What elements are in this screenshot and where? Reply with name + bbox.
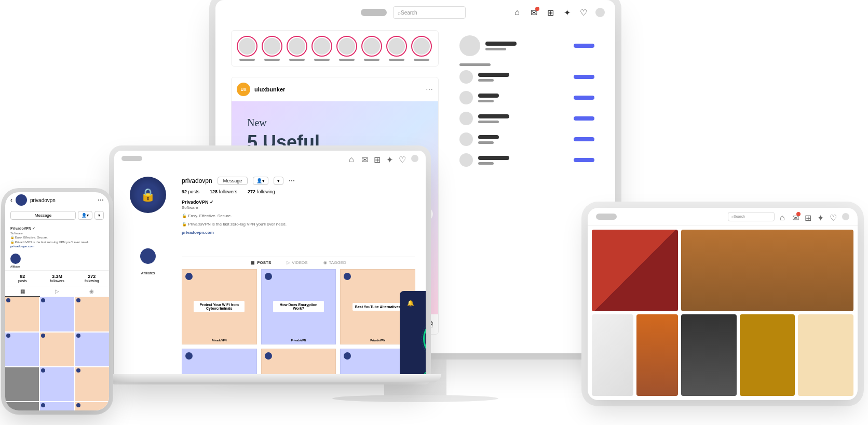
- post-tile[interactable]: Protect Your WiFi from CybercriminalsPri…: [182, 269, 257, 344]
- post-tile[interactable]: [75, 367, 109, 401]
- profile-avatar[interactable]: [16, 194, 27, 206]
- follow-link[interactable]: [574, 158, 594, 162]
- post-tile[interactable]: [5, 402, 39, 410]
- explore-tile[interactable]: [798, 314, 853, 396]
- posts-stat[interactable]: 92posts: [5, 271, 40, 286]
- follow-link[interactable]: [574, 137, 594, 141]
- suggestion-avatar[interactable]: [459, 112, 473, 125]
- post-tile[interactable]: [75, 297, 109, 331]
- suggest-dropdown[interactable]: ▾: [274, 177, 283, 185]
- follow-dropdown[interactable]: 👤▾: [78, 211, 92, 220]
- suggestion-avatar[interactable]: [459, 91, 473, 104]
- story-item[interactable]: [311, 36, 332, 61]
- followers-stat[interactable]: 3.3Mfollowers: [40, 271, 75, 286]
- posts-grid: [5, 297, 109, 410]
- messages-icon[interactable]: ✉: [361, 155, 369, 162]
- story-item[interactable]: [287, 36, 307, 61]
- home-icon[interactable]: ⌂: [780, 213, 787, 220]
- new-post-icon[interactable]: ⊞: [805, 213, 812, 220]
- tab-tagged[interactable]: ◉ TAGGED: [323, 260, 346, 265]
- suggest-dropdown[interactable]: ▾: [94, 211, 104, 220]
- highlight-avatar[interactable]: [140, 248, 156, 264]
- post-username[interactable]: uiuxbunker: [254, 86, 285, 92]
- profile-picture[interactable]: 🔒: [130, 177, 166, 213]
- explore-tile[interactable]: [592, 230, 678, 311]
- messages-icon[interactable]: ✉: [529, 8, 538, 17]
- tab-tagged-icon[interactable]: ◉: [74, 286, 109, 297]
- post-tile[interactable]: [5, 333, 39, 366]
- profile-avatar[interactable]: [595, 8, 605, 17]
- story-item[interactable]: [411, 36, 432, 61]
- activity-icon[interactable]: ♡: [579, 8, 588, 17]
- explore-tile[interactable]: [740, 314, 795, 396]
- profile-link[interactable]: privadovpn.com: [182, 230, 415, 236]
- story-item[interactable]: [386, 36, 407, 61]
- tab-posts[interactable]: ▦ POSTS: [251, 260, 271, 265]
- new-post-icon[interactable]: ⊞: [546, 8, 555, 17]
- switch-link[interactable]: [574, 44, 594, 48]
- tab-grid-icon[interactable]: ▦: [5, 286, 40, 297]
- phone-device: ‹ privadovpn ⋯ Message 👤▾ ▾ PrivadoVPN ✓…: [5, 192, 109, 410]
- explore-tile[interactable]: [681, 230, 853, 311]
- more-icon[interactable]: ⋯: [289, 177, 295, 184]
- follow-link[interactable]: [574, 96, 594, 100]
- activity-icon[interactable]: ♡: [830, 213, 837, 220]
- profile-username: privadovpn: [182, 177, 212, 184]
- explore-icon[interactable]: ✦: [817, 213, 824, 220]
- explore-tile[interactable]: [681, 314, 737, 396]
- vpn-app-window: 🔔 PrivadoVPN ≡ 🔒 Connected: [400, 291, 426, 379]
- stories-row: [231, 30, 439, 67]
- explore-tile[interactable]: [636, 314, 678, 396]
- activity-icon[interactable]: ♡: [399, 155, 406, 162]
- search-input[interactable]: ⌕ Search: [728, 212, 775, 221]
- explore-icon[interactable]: ✦: [562, 8, 572, 17]
- tablet-device: ⌕ Search ⌂ ✉ ⊞ ✦ ♡: [588, 208, 858, 400]
- explore-grid: [588, 225, 858, 400]
- story-item[interactable]: [361, 36, 382, 61]
- post-avatar[interactable]: UX: [237, 83, 250, 96]
- search-input[interactable]: ⌕ Search: [393, 6, 466, 19]
- post-more-icon[interactable]: ⋯: [426, 85, 433, 94]
- post-tile[interactable]: [75, 333, 109, 366]
- home-icon[interactable]: ⌂: [349, 155, 356, 162]
- vpn-connection-indicator[interactable]: 🔒: [423, 318, 426, 360]
- suggestion-avatar[interactable]: [459, 153, 473, 167]
- post-tile[interactable]: [40, 402, 74, 410]
- explore-tile[interactable]: [592, 314, 633, 396]
- bookmark-icon[interactable]: ⎘: [428, 320, 433, 329]
- profile-link[interactable]: privadovpn.com: [10, 244, 104, 248]
- post-tile[interactable]: How Does Encryption Work?PrivadoVPN: [261, 269, 336, 344]
- profile-avatar[interactable]: [411, 155, 418, 162]
- message-button[interactable]: Message: [10, 211, 76, 220]
- following-stat[interactable]: 272following: [74, 271, 109, 286]
- new-post-icon[interactable]: ⊞: [374, 155, 381, 162]
- suggestion-avatar[interactable]: [459, 132, 473, 146]
- story-item[interactable]: [336, 36, 357, 61]
- highlight-avatar[interactable]: [10, 254, 21, 264]
- home-icon[interactable]: ⌂: [512, 8, 522, 17]
- bell-icon[interactable]: 🔔: [407, 300, 414, 307]
- post-tile[interactable]: [40, 367, 74, 401]
- post-tile[interactable]: [5, 367, 39, 401]
- follow-link[interactable]: [574, 75, 594, 79]
- tab-videos[interactable]: ▷ VIDEOS: [287, 260, 307, 265]
- explore-icon[interactable]: ✦: [386, 155, 394, 162]
- post-tile[interactable]: [40, 297, 74, 331]
- tab-video-icon[interactable]: ▷: [40, 286, 75, 297]
- more-icon[interactable]: ⋯: [98, 196, 104, 204]
- follow-link[interactable]: [574, 116, 594, 121]
- message-button[interactable]: Message: [218, 177, 248, 185]
- story-item[interactable]: [237, 36, 257, 61]
- follow-dropdown[interactable]: 👤▾: [253, 177, 268, 185]
- story-item[interactable]: [262, 36, 282, 61]
- user-avatar[interactable]: [459, 35, 480, 56]
- post-tile[interactable]: [40, 333, 74, 366]
- post-tile[interactable]: [75, 402, 109, 410]
- profile-avatar[interactable]: [842, 213, 849, 220]
- back-icon[interactable]: ‹: [10, 196, 12, 204]
- suggestion-avatar[interactable]: [459, 70, 473, 84]
- display-name: PrivadoVPN ✓: [10, 226, 104, 231]
- post-tile[interactable]: [5, 297, 39, 331]
- bio-line: 🔒 Easy. Effective. Secure.: [182, 213, 415, 219]
- messages-icon[interactable]: ✉: [792, 213, 799, 220]
